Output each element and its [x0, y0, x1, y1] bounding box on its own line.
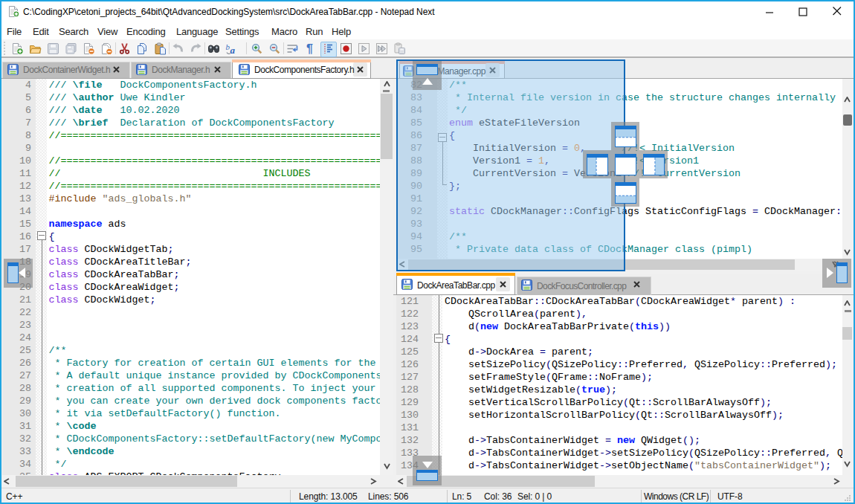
svg-text:a: a	[230, 45, 235, 55]
svg-text:¶: ¶	[306, 42, 313, 55]
